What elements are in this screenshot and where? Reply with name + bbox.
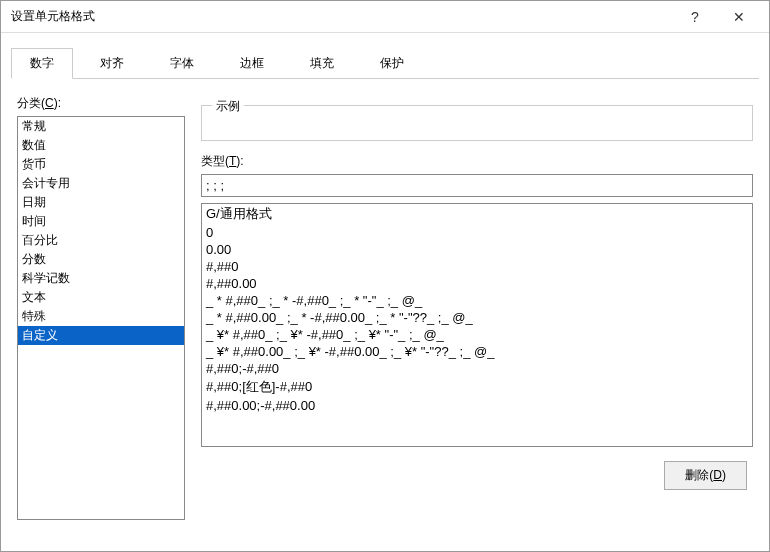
tab-label: 数字 <box>30 56 54 70</box>
list-item-label: #,##0.00 <box>206 276 257 291</box>
close-button[interactable]: ✕ <box>717 2 761 32</box>
list-item-label: #,##0;-#,##0 <box>206 361 279 376</box>
list-item-label: 0 <box>206 225 213 240</box>
tab-bar: 数字 对齐 字体 边框 填充 保护 <box>11 47 759 79</box>
list-item-label: #,##0.00;-#,##0.00 <box>206 398 315 413</box>
tab-label: 填充 <box>310 56 334 70</box>
example-box: 示例 <box>201 105 753 141</box>
list-item[interactable]: #,##0;-#,##0 <box>202 360 752 377</box>
list-item[interactable]: 数值 <box>18 136 184 155</box>
list-item-label: 常规 <box>22 119 46 133</box>
tab-label: 保护 <box>380 56 404 70</box>
tab-label: 对齐 <box>100 56 124 70</box>
list-item[interactable]: _ * #,##0_ ;_ * -#,##0_ ;_ * "-"_ ;_ @_ <box>202 292 752 309</box>
label-key: C <box>45 96 54 110</box>
list-item[interactable]: 常规 <box>18 117 184 136</box>
list-item-label: #,##0 <box>206 259 239 274</box>
button-row: 删除(D) <box>201 461 753 490</box>
list-item-label: _ ¥* #,##0.00_ ;_ ¥* -#,##0.00_ ;_ ¥* "-… <box>206 344 494 359</box>
list-item[interactable]: _ * #,##0.00_ ;_ * -#,##0.00_ ;_ * "-"??… <box>202 309 752 326</box>
titlebar: 设置单元格格式 ? ✕ <box>1 1 769 33</box>
list-item-label: 分数 <box>22 252 46 266</box>
list-item[interactable]: 文本 <box>18 288 184 307</box>
list-item-label: 特殊 <box>22 309 46 323</box>
tab-number[interactable]: 数字 <box>11 48 73 79</box>
list-item-label: 科学记数 <box>22 271 70 285</box>
list-item-label: 时间 <box>22 214 46 228</box>
format-list[interactable]: G/通用格式 0 0.00 #,##0 #,##0.00 _ * #,##0_ … <box>201 203 753 447</box>
list-item[interactable]: 0.00 <box>202 241 752 258</box>
list-item[interactable]: #,##0.00 <box>202 275 752 292</box>
list-item-label: 百分比 <box>22 233 58 247</box>
label-text: 分类( <box>17 96 45 110</box>
close-icon: ✕ <box>733 9 745 25</box>
help-icon: ? <box>691 9 699 25</box>
label-text: 类型( <box>201 154 229 168</box>
list-item[interactable]: 时间 <box>18 212 184 231</box>
tab-align[interactable]: 对齐 <box>81 48 143 79</box>
list-item[interactable]: 货币 <box>18 155 184 174</box>
list-item[interactable]: #,##0 <box>202 258 752 275</box>
delete-button[interactable]: 删除(D) <box>664 461 747 490</box>
label-key: D <box>713 468 722 482</box>
category-label: 分类(C): <box>17 95 185 112</box>
tab-label: 字体 <box>170 56 194 70</box>
list-item[interactable]: 分数 <box>18 250 184 269</box>
list-item-label: _ * #,##0.00_ ;_ * -#,##0.00_ ;_ * "-"??… <box>206 310 473 325</box>
list-item-label: 自定义 <box>22 328 58 342</box>
list-item-label: G/通用格式 <box>206 206 272 221</box>
label-text: 删除( <box>685 468 713 482</box>
list-item[interactable]: _ ¥* #,##0_ ;_ ¥* -#,##0_ ;_ ¥* "-"_ ;_ … <box>202 326 752 343</box>
type-label: 类型(T): <box>201 153 753 170</box>
list-item-label: _ * #,##0_ ;_ * -#,##0_ ;_ * "-"_ ;_ @_ <box>206 293 422 308</box>
panel: 分类(C): 常规 数值 货币 会计专用 日期 时间 百分比 分数 科学记数 文… <box>1 79 769 530</box>
tab-protect[interactable]: 保护 <box>361 48 423 79</box>
list-item[interactable]: 科学记数 <box>18 269 184 288</box>
list-item[interactable]: _ ¥* #,##0.00_ ;_ ¥* -#,##0.00_ ;_ ¥* "-… <box>202 343 752 360</box>
list-item-label: 0.00 <box>206 242 231 257</box>
list-item[interactable]: 日期 <box>18 193 184 212</box>
list-item[interactable]: #,##0.00;-#,##0.00 <box>202 397 752 414</box>
list-item-label: _ ¥* #,##0_ ;_ ¥* -#,##0_ ;_ ¥* "-"_ ;_ … <box>206 327 444 342</box>
help-button[interactable]: ? <box>673 2 717 32</box>
list-item-label: #,##0;[红色]-#,##0 <box>206 379 312 394</box>
list-item[interactable]: 自定义 <box>18 326 184 345</box>
label-text: ) <box>722 468 726 482</box>
list-item[interactable]: G/通用格式 <box>202 204 752 224</box>
label-text: ): <box>54 96 61 110</box>
list-item[interactable]: #,##0;[红色]-#,##0 <box>202 377 752 397</box>
list-item[interactable]: 0 <box>202 224 752 241</box>
list-item-label: 文本 <box>22 290 46 304</box>
tab-fill[interactable]: 填充 <box>291 48 353 79</box>
list-item[interactable]: 特殊 <box>18 307 184 326</box>
window-title: 设置单元格格式 <box>11 8 673 25</box>
tab-label: 边框 <box>240 56 264 70</box>
label-text: ): <box>236 154 243 168</box>
tab-font[interactable]: 字体 <box>151 48 213 79</box>
list-item[interactable]: 百分比 <box>18 231 184 250</box>
list-item-label: 货币 <box>22 157 46 171</box>
list-item-label: 日期 <box>22 195 46 209</box>
right-column: 示例 类型(T): G/通用格式 0 0.00 #,##0 #,##0.00 _… <box>201 89 753 520</box>
list-item-label: 数值 <box>22 138 46 152</box>
left-column: 分类(C): 常规 数值 货币 会计专用 日期 时间 百分比 分数 科学记数 文… <box>17 89 185 520</box>
list-item[interactable]: 会计专用 <box>18 174 184 193</box>
tab-border[interactable]: 边框 <box>221 48 283 79</box>
type-input[interactable] <box>201 174 753 197</box>
list-item-label: 会计专用 <box>22 176 70 190</box>
category-list[interactable]: 常规 数值 货币 会计专用 日期 时间 百分比 分数 科学记数 文本 特殊 自定… <box>17 116 185 520</box>
example-label: 示例 <box>212 98 244 115</box>
